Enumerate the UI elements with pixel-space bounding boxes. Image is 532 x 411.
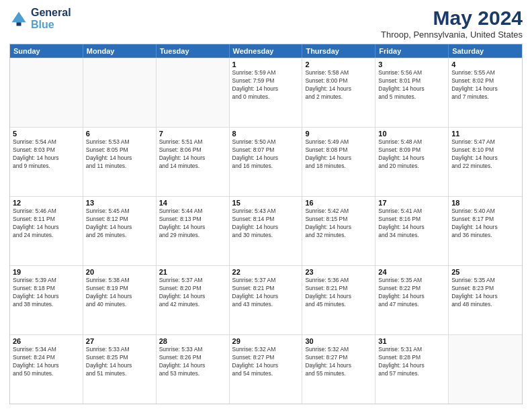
cell-content-line: and 36 minutes. bbox=[451, 232, 519, 240]
cell-content-line: and 32 minutes. bbox=[305, 232, 372, 240]
cell-content-line: and 14 minutes. bbox=[159, 163, 226, 171]
cell-content-line: Sunset: 8:07 PM bbox=[232, 146, 300, 154]
cell-content-line: and 55 minutes. bbox=[305, 370, 372, 378]
cell-content-line: Sunrise: 5:41 AM bbox=[378, 208, 445, 216]
cell-content-line: Daylight: 14 hours bbox=[451, 293, 519, 301]
calendar-cell: 28Sunrise: 5:33 AMSunset: 8:26 PMDayligh… bbox=[157, 335, 230, 404]
cell-content-line: Sunset: 8:28 PM bbox=[378, 354, 445, 362]
cell-content-line: Sunset: 8:13 PM bbox=[159, 216, 226, 224]
calendar-header-cell: Thursday bbox=[302, 44, 375, 58]
cell-content-line: and 24 minutes. bbox=[13, 232, 80, 240]
subtitle: Throop, Pennsylvania, United States bbox=[381, 30, 523, 40]
calendar-row: 1Sunrise: 5:59 AMSunset: 7:59 PMDaylight… bbox=[10, 58, 522, 127]
day-number: 10 bbox=[378, 130, 445, 138]
cell-content-line: Sunrise: 5:32 AM bbox=[305, 346, 372, 354]
cell-content-line: and 57 minutes. bbox=[378, 370, 445, 378]
cell-content-line: Sunset: 8:09 PM bbox=[378, 146, 445, 154]
cell-content-line: Sunset: 8:08 PM bbox=[305, 146, 372, 154]
cell-content-line: Sunset: 8:24 PM bbox=[13, 354, 80, 362]
cell-content-line: and 47 minutes. bbox=[378, 301, 445, 309]
cell-content-line: Sunrise: 5:33 AM bbox=[159, 346, 226, 354]
cell-content-line: Sunset: 8:25 PM bbox=[86, 354, 153, 362]
cell-content-line: Sunrise: 5:35 AM bbox=[378, 277, 445, 285]
cell-content-line: Sunset: 8:11 PM bbox=[13, 216, 80, 224]
calendar-body: 1Sunrise: 5:59 AMSunset: 7:59 PMDaylight… bbox=[10, 58, 522, 404]
cell-content-line: Sunset: 8:03 PM bbox=[13, 146, 80, 154]
calendar-header-cell: Tuesday bbox=[157, 44, 230, 58]
cell-content-line: and 22 minutes. bbox=[451, 163, 519, 171]
calendar-cell: 3Sunrise: 5:56 AMSunset: 8:01 PMDaylight… bbox=[375, 58, 449, 127]
calendar-cell: 12Sunrise: 5:46 AMSunset: 8:11 PMDayligh… bbox=[10, 197, 83, 265]
calendar-row: 12Sunrise: 5:46 AMSunset: 8:11 PMDayligh… bbox=[10, 196, 522, 265]
day-number: 16 bbox=[305, 199, 372, 207]
cell-content-line: Sunrise: 5:48 AM bbox=[378, 138, 445, 146]
cell-content-line: Sunset: 8:26 PM bbox=[159, 354, 226, 362]
page: General Blue May 2024 Throop, Pennsylvan… bbox=[0, 0, 532, 411]
cell-content-line: Sunrise: 5:36 AM bbox=[305, 277, 372, 285]
cell-content-line: Sunrise: 5:56 AM bbox=[378, 69, 445, 77]
cell-content-line: Daylight: 14 hours bbox=[159, 362, 226, 370]
cell-content-line: Sunset: 8:23 PM bbox=[451, 285, 519, 293]
cell-content-line: Sunrise: 5:31 AM bbox=[378, 346, 445, 354]
cell-content-line: and 40 minutes. bbox=[86, 301, 153, 309]
cell-content-line: Sunset: 8:02 PM bbox=[451, 77, 519, 85]
cell-content-line: Sunset: 8:27 PM bbox=[305, 354, 372, 362]
calendar-cell: 24Sunrise: 5:35 AMSunset: 8:22 PMDayligh… bbox=[375, 266, 449, 334]
calendar-cell: 29Sunrise: 5:32 AMSunset: 8:27 PMDayligh… bbox=[230, 335, 303, 404]
cell-content-line: Sunset: 8:16 PM bbox=[378, 216, 445, 224]
cell-content-line: Sunrise: 5:34 AM bbox=[13, 346, 80, 354]
cell-content-line: Sunrise: 5:37 AM bbox=[159, 277, 226, 285]
calendar-cell: 1Sunrise: 5:59 AMSunset: 7:59 PMDaylight… bbox=[230, 58, 303, 127]
calendar-cell: 15Sunrise: 5:43 AMSunset: 8:14 PMDayligh… bbox=[230, 197, 303, 265]
calendar-header-cell: Saturday bbox=[449, 44, 522, 58]
day-number: 7 bbox=[159, 130, 226, 138]
day-number: 11 bbox=[451, 130, 519, 138]
cell-content-line: Sunset: 8:05 PM bbox=[86, 146, 153, 154]
day-number: 18 bbox=[451, 199, 519, 207]
calendar-cell: 2Sunrise: 5:58 AMSunset: 8:00 PMDaylight… bbox=[302, 58, 375, 127]
cell-content-line: Daylight: 14 hours bbox=[305, 224, 372, 232]
day-number: 1 bbox=[232, 60, 300, 68]
cell-content-line: Sunrise: 5:49 AM bbox=[305, 138, 372, 146]
logo: General Blue bbox=[9, 7, 71, 30]
cell-content-line: Sunset: 8:27 PM bbox=[232, 354, 300, 362]
cell-content-line: and 34 minutes. bbox=[378, 232, 445, 240]
calendar-cell bbox=[449, 335, 522, 404]
cell-content-line: Daylight: 14 hours bbox=[378, 224, 445, 232]
day-number: 17 bbox=[378, 199, 445, 207]
cell-content-line: and 26 minutes. bbox=[86, 232, 153, 240]
cell-content-line: Daylight: 14 hours bbox=[159, 293, 226, 301]
calendar-cell: 21Sunrise: 5:37 AMSunset: 8:20 PMDayligh… bbox=[157, 266, 230, 334]
cell-content-line: and 0 minutes. bbox=[232, 93, 300, 101]
calendar-cell: 8Sunrise: 5:50 AMSunset: 8:07 PMDaylight… bbox=[230, 128, 303, 196]
cell-content-line: Sunset: 8:01 PM bbox=[378, 77, 445, 85]
calendar-cell: 7Sunrise: 5:51 AMSunset: 8:06 PMDaylight… bbox=[157, 128, 230, 196]
calendar-cell: 20Sunrise: 5:38 AMSunset: 8:19 PMDayligh… bbox=[83, 266, 157, 334]
cell-content-line: Sunrise: 5:45 AM bbox=[86, 208, 153, 216]
day-number: 22 bbox=[232, 268, 300, 276]
logo-text: General Blue bbox=[31, 7, 71, 30]
cell-content-line: Sunrise: 5:35 AM bbox=[451, 277, 519, 285]
cell-content-line: Sunset: 8:17 PM bbox=[451, 216, 519, 224]
cell-content-line: Sunset: 8:10 PM bbox=[451, 146, 519, 154]
logo-icon bbox=[9, 9, 28, 28]
cell-content-line: and 5 minutes. bbox=[378, 93, 445, 101]
day-number: 27 bbox=[86, 337, 153, 345]
calendar-cell: 10Sunrise: 5:48 AMSunset: 8:09 PMDayligh… bbox=[375, 128, 449, 196]
day-number: 19 bbox=[13, 268, 80, 276]
cell-content-line: and 9 minutes. bbox=[13, 163, 80, 171]
cell-content-line: Sunrise: 5:55 AM bbox=[451, 69, 519, 77]
cell-content-line: Sunrise: 5:54 AM bbox=[13, 138, 80, 146]
day-number: 30 bbox=[305, 337, 372, 345]
cell-content-line: Daylight: 14 hours bbox=[305, 85, 372, 93]
cell-content-line: Daylight: 14 hours bbox=[378, 362, 445, 370]
calendar-row: 5Sunrise: 5:54 AMSunset: 8:03 PMDaylight… bbox=[10, 127, 522, 196]
calendar-header-cell: Wednesday bbox=[230, 44, 303, 58]
day-number: 8 bbox=[232, 130, 300, 138]
cell-content-line: Sunset: 8:21 PM bbox=[305, 285, 372, 293]
title-block: May 2024 Throop, Pennsylvania, United St… bbox=[381, 7, 523, 40]
cell-content-line: and 18 minutes. bbox=[305, 163, 372, 171]
calendar-cell bbox=[10, 58, 83, 127]
cell-content-line: Daylight: 14 hours bbox=[232, 224, 300, 232]
cell-content-line: Daylight: 14 hours bbox=[451, 154, 519, 163]
